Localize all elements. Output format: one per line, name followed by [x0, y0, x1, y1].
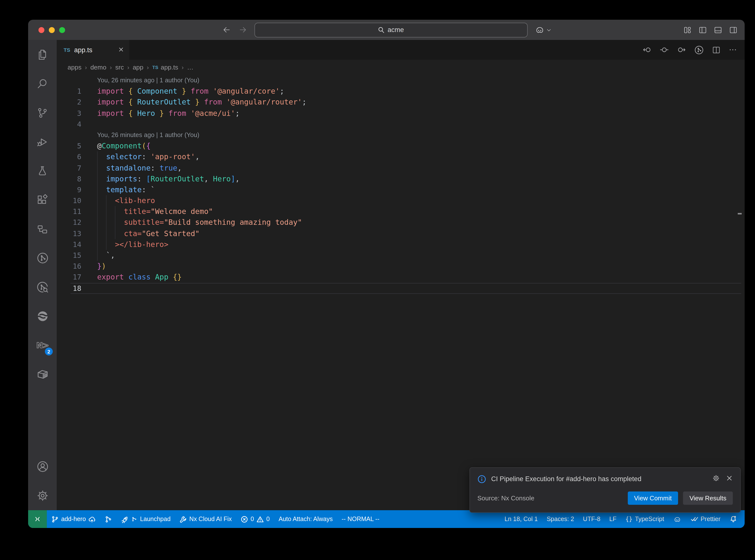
git-graph-status-item[interactable] — [100, 510, 116, 528]
nx-graph-action-icon[interactable] — [694, 45, 704, 55]
code-line[interactable]: 12 subtitle="Build something amazing tod… — [57, 217, 744, 228]
code-line[interactable]: 1import { Component } from '@angular/cor… — [57, 86, 744, 97]
indent-guide — [115, 228, 115, 239]
sidebar-item-extensions[interactable] — [28, 185, 57, 215]
code-text: import { Hero } from '@acme/ui'; — [81, 108, 744, 119]
copilot-menu-button[interactable] — [534, 25, 551, 35]
sidebar-item-nx-console[interactable]: N> 2 — [28, 331, 57, 360]
code-text: template: ` — [81, 184, 744, 195]
code-line[interactable]: 4 — [57, 119, 744, 129]
tab-app-ts[interactable]: TS app.ts — [57, 40, 129, 60]
launchpad-status-item[interactable]: Launchpad — [116, 510, 175, 528]
code-line[interactable]: 10 <lib-hero — [57, 195, 744, 206]
toggle-panel-icon[interactable] — [714, 25, 722, 34]
navigate-forward-icon[interactable] — [238, 25, 247, 35]
container-icon — [36, 368, 49, 381]
breadcrumb: apps › demo › src › app › TS app.ts › … — [57, 60, 744, 75]
breadcrumb-separator: › — [127, 64, 129, 71]
sidebar-item-search[interactable] — [28, 69, 57, 98]
zoom-window-button[interactable] — [59, 27, 65, 33]
notification-toast: CI Pipeline Execution for #add-hero has … — [470, 467, 741, 513]
copilot-status-item[interactable] — [669, 510, 686, 528]
vim-mode-status-item[interactable]: -- NORMAL -- — [337, 510, 384, 528]
editor-actions — [642, 40, 744, 60]
current-change-icon[interactable] — [659, 45, 669, 55]
breadcrumb-item-file[interactable]: TS app.ts — [152, 64, 178, 71]
code-line[interactable]: 2import { RouterOutlet } from '@angular/… — [57, 97, 744, 108]
auto-attach-status-item[interactable]: Auto Attach: Always — [274, 510, 337, 528]
view-commit-button[interactable]: View Commit — [628, 492, 678, 505]
errors-icon — [241, 515, 248, 523]
indentation-status-item[interactable]: Spaces: 2 — [542, 510, 578, 528]
code-line[interactable]: 17export class App {} — [57, 272, 744, 283]
more-actions-icon[interactable] — [728, 45, 737, 54]
code-line[interactable]: 9 template: ` — [57, 184, 744, 195]
line-number: 3 — [57, 108, 81, 119]
code-line[interactable]: 3import { Hero } from '@acme/ui'; — [57, 108, 744, 119]
cursor-position-status-item[interactable]: Ln 18, Col 1 — [500, 510, 542, 528]
source-control-icon — [36, 106, 49, 119]
navigate-back-icon[interactable] — [222, 25, 231, 35]
blame-text: You, 26 minutes ago | 1 author (You) — [81, 129, 744, 140]
code-line[interactable]: 11 title="Welcmoe demo" — [57, 206, 744, 217]
code-line[interactable]: 13 cta="Get Started" — [57, 228, 744, 239]
nx-cloud-status-item[interactable]: Nx Cloud AI Fix — [175, 510, 236, 528]
notification-close-icon[interactable] — [726, 475, 733, 483]
code-text: imports: [RouterOutlet, Hero], — [81, 173, 744, 184]
view-results-button[interactable]: View Results — [683, 492, 733, 505]
language-status-item[interactable]: {} TypeScript — [621, 510, 669, 528]
prettier-status-item[interactable]: Prettier — [686, 510, 725, 528]
cloud-upload-icon — [88, 515, 96, 523]
encoding-status-item[interactable]: UTF-8 — [578, 510, 605, 528]
previous-change-icon[interactable] — [642, 45, 652, 55]
code-line[interactable]: 7 standalone: true, — [57, 162, 744, 173]
code-text: subtitle="Build something amazing today" — [81, 217, 744, 228]
toggle-secondary-sidebar-icon[interactable] — [729, 25, 738, 34]
close-window-button[interactable] — [38, 27, 44, 33]
code-line[interactable]: 16}) — [57, 261, 744, 272]
remote-indicator[interactable] — [28, 510, 47, 528]
problems-status-item[interactable]: 0 0 — [236, 510, 274, 528]
breadcrumb-item-apps[interactable]: apps — [67, 64, 81, 71]
sidebar-item-source-control[interactable] — [28, 98, 57, 127]
sidebar-item-nx-project-graph[interactable] — [28, 243, 57, 273]
rocket-icon — [121, 515, 128, 523]
command-center-search[interactable]: acme — [254, 22, 528, 37]
minimize-window-button[interactable] — [49, 27, 55, 33]
sidebar-item-accounts[interactable] — [28, 452, 57, 481]
notification-settings-icon[interactable] — [712, 474, 720, 484]
blame-text: You, 26 minutes ago | 1 author (You) — [81, 75, 744, 86]
sidebar-item-explorer[interactable] — [28, 40, 57, 69]
next-change-icon[interactable] — [677, 45, 687, 55]
git-blame-lens[interactable]: You, 26 minutes ago | 1 author (You) — [57, 129, 744, 140]
split-editor-icon[interactable] — [712, 45, 721, 55]
git-branch-icon — [51, 515, 59, 523]
sidebar-item-swirl-extension[interactable] — [28, 302, 57, 331]
breadcrumb-item-more[interactable]: … — [187, 64, 194, 71]
breadcrumb-item-src[interactable]: src — [115, 64, 124, 71]
sidebar-item-settings[interactable] — [28, 481, 57, 510]
sidebar-item-project-structure[interactable] — [28, 215, 57, 243]
sidebar-item-testing[interactable] — [28, 156, 57, 185]
code-line[interactable]: 8 imports: [RouterOutlet, Hero], — [57, 173, 744, 184]
code-line[interactable]: 18 — [57, 283, 744, 294]
notifications-status-item[interactable] — [725, 510, 742, 528]
sidebar-item-containers[interactable] — [28, 360, 57, 389]
sidebar-item-nx-task-graph[interactable] — [28, 273, 57, 302]
toggle-primary-sidebar-icon[interactable] — [698, 25, 707, 34]
sidebar-item-run-debug[interactable] — [28, 127, 57, 156]
code-line[interactable]: 6 selector: 'app-root', — [57, 152, 744, 162]
git-blame-lens[interactable]: You, 26 minutes ago | 1 author (You) — [57, 75, 744, 86]
code-editor[interactable]: You, 26 minutes ago | 1 author (You)1imp… — [57, 75, 744, 510]
code-line[interactable]: 15 `, — [57, 250, 744, 261]
close-tab-icon[interactable] — [118, 46, 124, 54]
branch-status-item[interactable]: add-hero — [47, 510, 100, 528]
typescript-file-icon: TS — [64, 47, 70, 53]
code-line[interactable]: 5@Component({ — [57, 140, 744, 151]
breadcrumb-item-demo[interactable]: demo — [90, 64, 106, 71]
eol-status-item[interactable]: LF — [605, 510, 621, 528]
code-line[interactable]: 14 ></lib-hero> — [57, 239, 744, 250]
activity-bar-spacer — [28, 389, 57, 452]
breadcrumb-item-app[interactable]: app — [133, 64, 143, 71]
customize-layout-icon[interactable] — [683, 25, 692, 34]
